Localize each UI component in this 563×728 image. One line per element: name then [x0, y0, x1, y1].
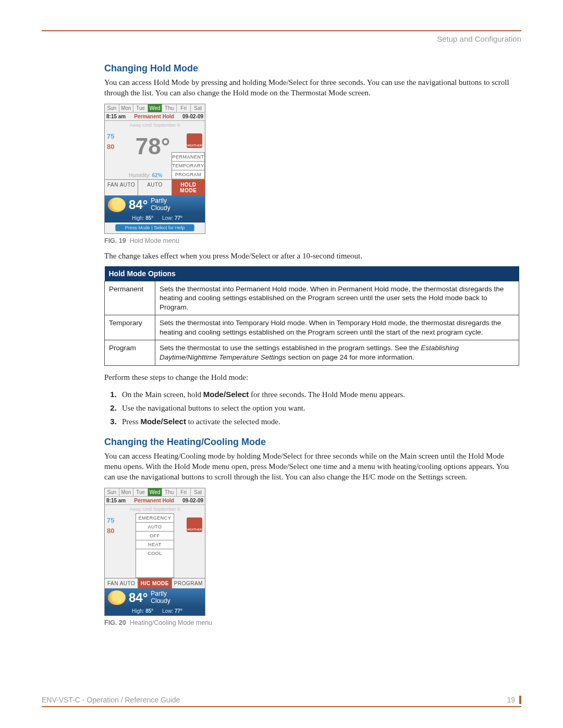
weather-icon: WEATHER	[187, 517, 202, 532]
para-hc-intro: You can access Heating/Cooling mode by h…	[104, 451, 519, 483]
table-row: Sets the thermostat into Temporary Hold …	[155, 315, 519, 340]
day-cell: Tue	[133, 488, 148, 497]
menu-item: OFF	[136, 532, 174, 540]
header-section-label: Setup and Configuration	[42, 34, 521, 43]
para-after-fig19: The change takes effect when you press M…	[104, 251, 519, 261]
fig19-btn-fan: FAN AUTO	[105, 179, 138, 195]
sun-icon	[108, 590, 126, 605]
list-item: On the Main screen, hold Mode/Select for…	[119, 388, 519, 401]
menu-item: HEAT	[136, 540, 174, 549]
weather-icon: WEATHER	[187, 133, 202, 148]
fig19-set-heat: 80	[107, 142, 121, 153]
hold-mode-options-table: Hold Mode Options Permanent Sets the the…	[104, 266, 519, 366]
menu-item: PROGRAM	[172, 170, 204, 179]
table-row: Permanent	[105, 281, 155, 315]
fig19-date: 09-02-09	[182, 114, 203, 119]
para-perform: Perform these steps to change the Hold m…	[104, 372, 519, 382]
fig19-btn-holdmode: HOLD MODE	[172, 179, 205, 195]
list-item: Press Mode/Select to activate the select…	[119, 415, 519, 428]
day-cell: Wed	[148, 488, 163, 497]
day-cell: Sat	[191, 104, 205, 113]
heading-changing-hold-mode: Changing Hold Mode	[104, 63, 519, 74]
fig19-popup-menu: PERMANENTTEMPORARYPROGRAM	[172, 152, 205, 179]
table-row: Temporary	[105, 315, 155, 340]
day-cell: Mon	[119, 488, 134, 497]
fig19-hold-label: Permanent Hold	[126, 114, 182, 119]
footer-doc-title: ENV-VST-C - Operation / Reference Guide	[42, 696, 180, 704]
fig19-time: 8:15 am	[106, 114, 126, 119]
day-cell: Tue	[133, 104, 148, 113]
hold-mode-steps: On the Main screen, hold Mode/Select for…	[104, 388, 519, 428]
fig19-btn-auto: AUTO	[138, 179, 172, 195]
heading-changing-hc-mode: Changing the Heating/Cooling Mode	[104, 437, 519, 448]
day-cell: Mon	[119, 104, 134, 113]
footer-page-number: 19	[507, 696, 521, 704]
fig20-btn-hcmode: H/C MODE	[138, 578, 172, 588]
day-cell: Wed	[148, 104, 163, 113]
fig19-wx-temp: 84°	[129, 198, 148, 212]
fig20-caption: FIG. 20 Heating/Cooling Mode menu	[104, 619, 519, 626]
menu-item: PERMANENT	[172, 153, 204, 162]
day-cell: Thu	[162, 104, 177, 113]
fig19-help: Press Mode | Select for Help	[115, 224, 194, 231]
menu-item: EMERGENCY	[136, 514, 174, 523]
day-cell: Sat	[191, 488, 205, 497]
fig20-thermostat: SunMonTueWedThuFriSat 8:15 am Permanent …	[104, 488, 205, 616]
day-cell: Fri	[177, 104, 191, 113]
fig19-away: Away Until September 8	[105, 121, 205, 129]
menu-item: AUTO	[136, 523, 174, 532]
sun-icon	[108, 198, 126, 212]
fig20-btn-program: PROGRAM	[172, 578, 205, 588]
fig19-thermostat: SunMonTueWedThuFriSat 8:15 am Permanent …	[104, 104, 205, 234]
table-row: Sets the thermostat to use the settings …	[155, 340, 519, 365]
table-row: Program	[105, 340, 155, 365]
fig19-set-cool: 75	[107, 131, 121, 142]
para-hold-intro: You can access Hold Mode by pressing and…	[104, 77, 519, 98]
fig20-popup-menu: EMERGENCYAUTOOFFHEATCOOL	[136, 513, 174, 578]
day-cell: Fri	[177, 488, 191, 497]
list-item: Use the navigational buttons to select t…	[119, 401, 519, 415]
fig20-btn-fan: FAN AUTO	[105, 578, 138, 588]
day-cell: Sun	[105, 488, 119, 497]
day-cell: Thu	[162, 488, 177, 497]
fig19-caption: FIG. 19 Hold Mode menu	[104, 237, 519, 244]
table-row: Sets the thermostat into Permanent Hold …	[155, 281, 519, 315]
day-cell: Sun	[105, 104, 119, 113]
menu-item: COOL	[136, 549, 174, 558]
table-title: Hold Mode Options	[105, 266, 519, 281]
menu-item: TEMPORARY	[172, 162, 204, 170]
